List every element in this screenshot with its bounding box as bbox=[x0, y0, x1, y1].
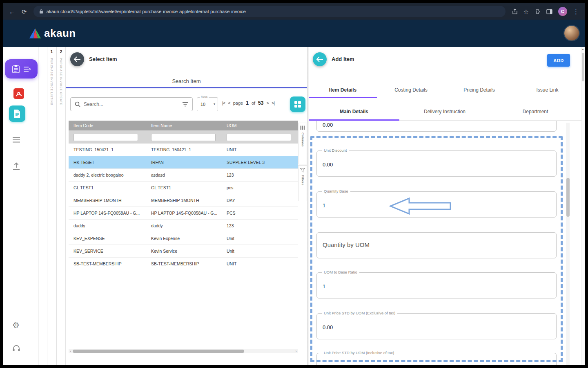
filters-label: Filters bbox=[301, 175, 305, 185]
columns-toggle-button[interactable]: Columns bbox=[298, 123, 307, 164]
column-header-item-name[interactable]: Item Name bbox=[146, 123, 222, 128]
table-body: TESTING_150421_1TESTING_150421_1UNITHK T… bbox=[69, 144, 298, 270]
sidebar-item-upload[interactable] bbox=[12, 162, 20, 170]
gear-icon: ⚙ bbox=[12, 320, 20, 330]
scrollbar-thumb[interactable] bbox=[582, 53, 584, 81]
tab-costing-details[interactable]: Costing Details bbox=[377, 84, 445, 98]
table-row[interactable]: daddy 2, electric boogalooasdasd123 bbox=[69, 169, 298, 182]
table-filter-row bbox=[69, 130, 298, 144]
back-icon[interactable]: ← bbox=[9, 9, 15, 15]
field-quantity-base[interactable]: Quantity Base 1 bbox=[316, 191, 557, 218]
share-icon[interactable] bbox=[512, 9, 518, 15]
headset-icon bbox=[12, 345, 20, 352]
rows-per-page-select[interactable]: Rows 10 ▾ bbox=[197, 97, 218, 111]
subtab-main-details[interactable]: Main Details bbox=[309, 105, 399, 120]
field-value: 1 bbox=[323, 202, 325, 209]
table-horizontal-scrollbar[interactable]: ‹ › bbox=[69, 349, 298, 353]
table-row[interactable]: HP LAPTOP 14S-FQ0058AU - G...HP LAPTOP 1… bbox=[69, 207, 298, 220]
filters-toggle-button[interactable]: Filters bbox=[298, 165, 307, 201]
url-text: akaun.cloud/#/applets/tnt/wavelet/erp/in… bbox=[47, 9, 246, 14]
pdf-icon bbox=[13, 88, 24, 99]
step-number: 2 bbox=[57, 49, 65, 54]
table-row[interactable]: TESTING_150421_1TESTING_150421_1UNIT bbox=[69, 144, 298, 156]
search-input[interactable] bbox=[84, 101, 179, 107]
user-avatar[interactable] bbox=[564, 26, 579, 40]
current-page: 1 bbox=[246, 100, 249, 106]
rows-label: Rows bbox=[200, 95, 209, 98]
sidebar-item-purchase-invoice-applet[interactable] bbox=[5, 59, 38, 79]
scroll-up-icon[interactable]: ▲ bbox=[581, 48, 585, 51]
table-row[interactable]: GL TEST1GL TEST1pcs bbox=[69, 182, 298, 194]
workflow-step-2[interactable]: 2 PURCHASE INVOICE CREATE bbox=[56, 47, 66, 365]
field-partial-top[interactable]: 0.00 bbox=[316, 121, 557, 132]
scrollbar-thumb[interactable] bbox=[73, 350, 244, 353]
field-uom-to-base-ratio[interactable]: UOM to Base Ratio 1 bbox=[316, 272, 557, 298]
table-row[interactable]: MEMBERSHIP 1MONTHMEMBERSHIP 1MONTHDAY bbox=[69, 194, 298, 207]
kebab-menu-icon[interactable]: ⋮ bbox=[573, 9, 579, 15]
sidebar-item-support[interactable] bbox=[12, 345, 20, 352]
pagination: |< < page 1 of 53 > >| bbox=[222, 100, 291, 106]
field-unit-discount[interactable]: Unit Discount 0.00 bbox=[316, 150, 557, 177]
add-item-back-button[interactable] bbox=[313, 52, 327, 66]
bookmark-star-icon[interactable]: ☆ bbox=[523, 9, 529, 15]
table-cell: Kevin Expense bbox=[146, 236, 222, 241]
subtab-department[interactable]: Department bbox=[490, 105, 581, 120]
workflow-step-1[interactable]: 1 PURCHASE INVOICE LISTING bbox=[47, 47, 56, 365]
sidebar-item-pdf[interactable] bbox=[13, 88, 24, 99]
tab-issue-link[interactable]: Issue Link bbox=[513, 84, 581, 98]
first-page-icon[interactable]: |< bbox=[222, 101, 225, 105]
table-row[interactable]: daddydaddy123 bbox=[69, 220, 298, 232]
add-item-subtabs: Main Details Delivery Instruction Depart… bbox=[309, 105, 581, 121]
page-scrollbar[interactable] bbox=[581, 47, 585, 365]
column-header-item-code[interactable]: Item Code bbox=[69, 123, 146, 128]
form-vertical-scrollbar[interactable] bbox=[566, 123, 570, 365]
add-button[interactable]: ADD bbox=[547, 54, 570, 67]
url-bar[interactable]: akaun.cloud/#/applets/tnt/wavelet/erp/in… bbox=[33, 6, 506, 17]
browser-profile-avatar[interactable]: C bbox=[558, 7, 567, 16]
table-cell: MEMBERSHIP 1MONTH bbox=[146, 198, 222, 203]
table-cell: IRFAN bbox=[146, 160, 222, 165]
table-row[interactable]: KEV_SERVICEKevin ServiceUnit bbox=[69, 245, 298, 258]
item-search-box bbox=[70, 97, 193, 111]
table-cell: TESTING_150421_1 bbox=[146, 147, 222, 152]
column-header-uom[interactable]: UOM bbox=[222, 123, 298, 128]
table-row[interactable]: KEV_EXPENSEKevin ExpenseUnit bbox=[69, 232, 298, 245]
extensions-puzzle-icon[interactable] bbox=[535, 9, 541, 15]
field-label: Unit Price STD by UOM (Inclusive of tax) bbox=[322, 350, 396, 355]
scroll-right-icon[interactable]: › bbox=[294, 349, 298, 353]
filter-input-item-name[interactable] bbox=[151, 134, 216, 141]
total-pages: 53 bbox=[258, 100, 263, 106]
table-cell: GL TEST1 bbox=[69, 185, 146, 190]
filter-input-uom[interactable] bbox=[227, 134, 291, 141]
table-cell: Unit bbox=[222, 236, 298, 241]
table-header-row: Item Code Item Name UOM bbox=[69, 121, 298, 130]
sidebar-item-list[interactable] bbox=[12, 137, 20, 143]
field-quantity-by-uom[interactable]: Quantity by UOM bbox=[316, 232, 557, 258]
sidebar-item-settings[interactable]: ⚙ bbox=[12, 320, 20, 330]
item-table: Item Code Item Name UOM TESTING_150421_1… bbox=[69, 121, 298, 270]
table-row[interactable]: SB-TEST-MEMBERSHIPSB-TEST-MEMBERSHIPUNIT bbox=[69, 258, 298, 270]
scroll-left-icon[interactable]: ‹ bbox=[69, 349, 73, 353]
subtab-delivery-instruction[interactable]: Delivery Instruction bbox=[399, 105, 490, 120]
refresh-icon[interactable]: ⟳ bbox=[22, 9, 27, 15]
filter-list-icon[interactable] bbox=[182, 102, 188, 107]
grid-view-button[interactable] bbox=[290, 96, 305, 112]
side-panel-icon[interactable] bbox=[546, 9, 552, 14]
filter-input-item-code[interactable] bbox=[74, 134, 138, 141]
prev-page-icon[interactable]: < bbox=[228, 101, 230, 105]
table-cell: 123 bbox=[222, 223, 298, 228]
select-item-back-button[interactable] bbox=[70, 52, 84, 66]
table-cell: daddy bbox=[146, 223, 222, 228]
table-cell: 123 bbox=[222, 173, 298, 177]
step-label: PURCHASE INVOICE LISTING bbox=[50, 58, 53, 140]
scrollbar-thumb[interactable] bbox=[566, 178, 570, 217]
field-unit-price-std-inclusive[interactable]: Unit Price STD by UOM (Inclusive of tax) bbox=[316, 353, 557, 365]
lock-icon bbox=[39, 9, 43, 14]
sidebar-item-document[interactable] bbox=[9, 105, 25, 122]
last-page-icon[interactable]: >| bbox=[272, 101, 274, 105]
table-row[interactable]: HK TESETIRFANSUPPLER LEVEL 3 bbox=[69, 156, 298, 169]
field-unit-price-std-exclusive[interactable]: Unit Price STD by UOM (Exclusive of tax)… bbox=[316, 313, 557, 339]
next-page-icon[interactable]: > bbox=[266, 101, 268, 105]
tab-pricing-details[interactable]: Pricing Details bbox=[445, 84, 513, 98]
tab-item-details[interactable]: Item Details bbox=[309, 84, 377, 98]
